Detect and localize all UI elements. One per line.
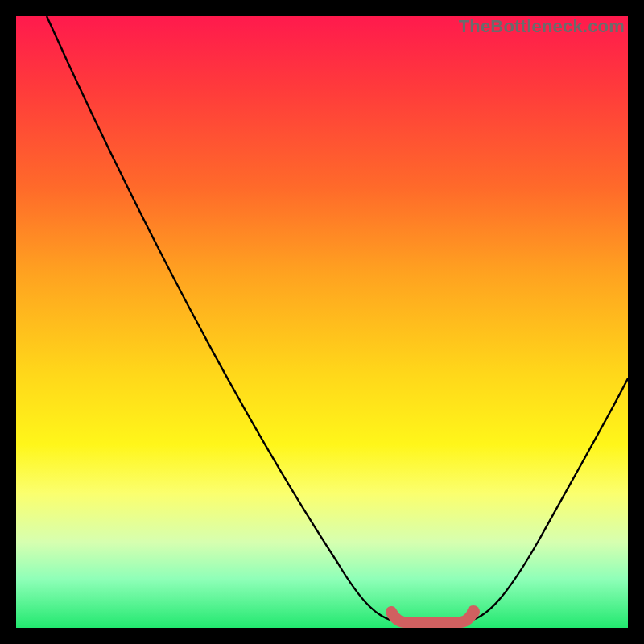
chart-svg bbox=[16, 16, 628, 628]
watermark-text: TheBottleneck.com bbox=[459, 16, 625, 37]
chart-frame: TheBottleneck.com bbox=[16, 16, 628, 628]
bottleneck-curve bbox=[47, 16, 628, 621]
flat-bottom-highlight bbox=[391, 612, 473, 622]
plot-area: TheBottleneck.com bbox=[16, 16, 628, 628]
flat-bottom-end-dot bbox=[467, 605, 480, 618]
